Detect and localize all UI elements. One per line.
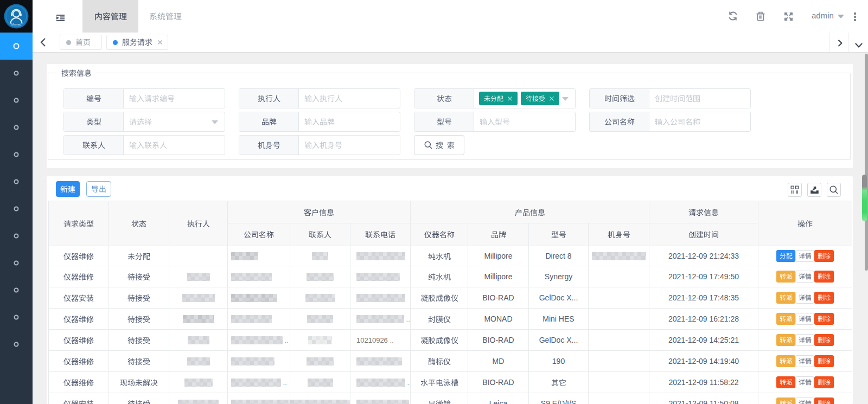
svg-text:Monad: Monad — [11, 23, 21, 26]
